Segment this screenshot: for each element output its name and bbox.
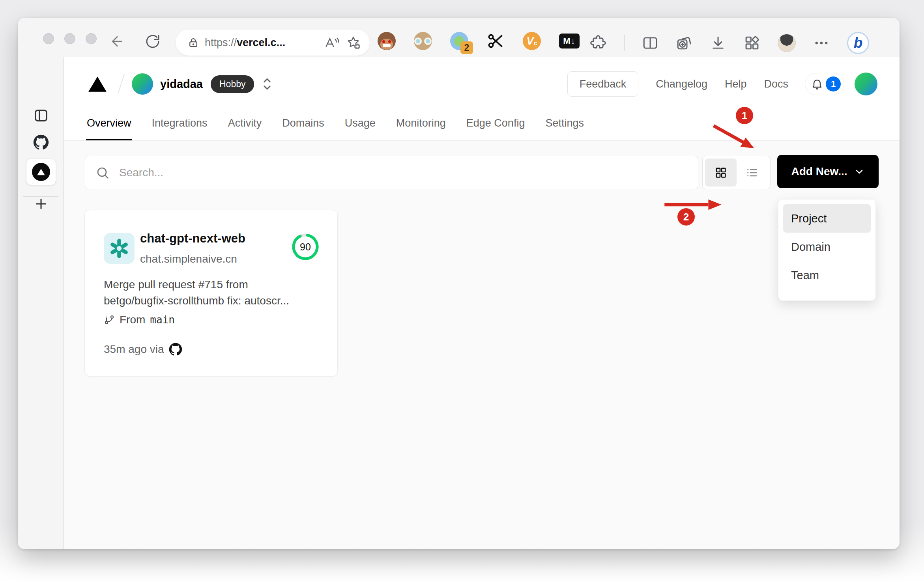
- team-name[interactable]: yidadaa: [160, 78, 203, 91]
- breadcrumb-slash: [118, 74, 125, 94]
- toolbar-right-icons: b: [590, 32, 869, 54]
- glasses-lens: [414, 37, 422, 45]
- github-icon: [169, 343, 182, 356]
- bing-b-label: b: [854, 35, 863, 51]
- md-label: M↓: [559, 34, 580, 48]
- refresh-button[interactable]: [145, 34, 161, 49]
- favorite-star-icon[interactable]: [346, 35, 362, 50]
- dashboard-header: yidadaa Hobby Feedback Changelog Help Do…: [64, 57, 900, 141]
- badge-extension-icon[interactable]: 2: [450, 32, 468, 50]
- avatar-extension-icon[interactable]: [414, 32, 432, 50]
- browser-sidebar: [18, 57, 64, 549]
- tab-edge-config[interactable]: Edge Config: [466, 117, 526, 140]
- minimize-window-button[interactable]: [64, 33, 75, 44]
- dashboard-tabs: Overview Integrations Activity Domains U…: [86, 117, 585, 140]
- annotation-step-1: 1: [736, 107, 753, 124]
- tab-monitoring[interactable]: Monitoring: [395, 117, 447, 140]
- bell-icon: [811, 78, 823, 90]
- git-branch-icon: [104, 314, 115, 325]
- search-icon: [95, 166, 110, 180]
- tab-activity[interactable]: Activity: [227, 117, 263, 140]
- browser-window: https://vercel.c... 2 Vc M↓: [18, 18, 900, 549]
- menu-item-team[interactable]: Team: [783, 261, 871, 289]
- bing-chat-icon[interactable]: b: [847, 32, 869, 54]
- vercel-favicon: [32, 163, 50, 181]
- grid-view-icon: [714, 166, 728, 179]
- v-extension-icon[interactable]: Vc: [523, 32, 541, 50]
- toolbar-divider: [624, 35, 625, 51]
- downloads-icon[interactable]: [710, 35, 726, 51]
- active-tab-vercel[interactable]: [26, 159, 56, 185]
- docs-link[interactable]: Docs: [764, 78, 788, 90]
- markdown-extension-icon[interactable]: M↓: [559, 32, 577, 50]
- vercel-dashboard: yidadaa Hobby Feedback Changelog Help Do…: [64, 57, 900, 549]
- changelog-link[interactable]: Changelog: [656, 78, 707, 90]
- close-window-button[interactable]: [43, 33, 54, 44]
- project-name[interactable]: chat-gpt-next-web: [140, 231, 245, 246]
- collections-icon[interactable]: [676, 35, 692, 51]
- tampermonkey-extension-icon[interactable]: [378, 32, 396, 50]
- address-bar[interactable]: https://vercel.c...: [176, 30, 370, 56]
- branch-row: From main: [104, 313, 175, 326]
- read-aloud-icon[interactable]: [324, 35, 340, 50]
- project-domain[interactable]: chat.simplenaive.cn: [140, 253, 237, 265]
- new-tab-plus-icon[interactable]: [33, 196, 49, 212]
- tab-settings[interactable]: Settings: [544, 117, 585, 140]
- zoom-window-button[interactable]: [86, 33, 97, 44]
- plan-badge: Hobby: [211, 75, 254, 93]
- extensions-puzzle-icon[interactable]: [590, 35, 606, 51]
- tab-domains[interactable]: Domains: [281, 117, 325, 140]
- list-view-icon: [745, 166, 759, 179]
- apps-icon[interactable]: [744, 35, 760, 51]
- branch-name[interactable]: main: [150, 314, 175, 326]
- vercel-logo[interactable]: [86, 74, 109, 94]
- menu-item-domain[interactable]: Domain: [783, 233, 871, 261]
- github-tab-icon[interactable]: [33, 134, 49, 150]
- extensions-row: 2 Vc M↓: [378, 32, 577, 50]
- add-new-menu: Project Domain Team: [778, 199, 876, 301]
- openai-logo-icon: [108, 237, 130, 259]
- split-screen-icon[interactable]: [642, 35, 658, 51]
- list-view-button[interactable]: [737, 159, 768, 187]
- v-label: V: [527, 35, 534, 47]
- tab-usage[interactable]: Usage: [344, 117, 376, 140]
- browser-toolbar: https://vercel.c... 2 Vc M↓: [18, 18, 900, 57]
- project-search[interactable]: [85, 156, 698, 189]
- commit-message[interactable]: Merge pull request #715 from betgo/bugfi…: [104, 276, 325, 309]
- c-label: c: [534, 40, 537, 47]
- monkey-eye: [388, 40, 391, 43]
- team-switcher-icon[interactable]: [260, 76, 274, 92]
- score-value: 90: [291, 232, 320, 261]
- url-text[interactable]: https://vercel.c...: [205, 37, 318, 49]
- grid-view-button[interactable]: [705, 159, 737, 187]
- deploy-time: 35m ago via: [104, 343, 164, 356]
- tab-actions-icon[interactable]: [33, 108, 49, 123]
- more-menu-icon[interactable]: [813, 35, 830, 51]
- project-card[interactable]: chat-gpt-next-web chat.simplenaive.cn 90…: [84, 210, 338, 377]
- chevron-down-icon: [854, 166, 865, 177]
- feedback-button[interactable]: Feedback: [567, 71, 639, 97]
- tab-integrations[interactable]: Integrations: [151, 117, 208, 140]
- traffic-lights: [43, 33, 97, 44]
- menu-item-project[interactable]: Project: [783, 204, 871, 233]
- monkey-grin: [383, 44, 391, 47]
- lighthouse-score[interactable]: 90: [291, 232, 320, 261]
- team-avatar[interactable]: [132, 73, 153, 95]
- help-link[interactable]: Help: [725, 78, 747, 90]
- annotation-step-2: 2: [677, 208, 695, 226]
- project-favicon: [104, 233, 135, 264]
- lock-icon: [187, 37, 199, 48]
- search-input[interactable]: [119, 166, 688, 179]
- scissors-extension-icon[interactable]: [486, 32, 505, 50]
- notification-count-badge: 1: [826, 76, 841, 91]
- user-avatar[interactable]: [855, 73, 877, 95]
- add-new-label: Add New...: [791, 165, 847, 178]
- monkey-eye: [382, 40, 385, 43]
- notifications-button[interactable]: 1: [805, 73, 844, 95]
- back-button[interactable]: [109, 34, 125, 49]
- browser-profile-avatar[interactable]: [778, 34, 796, 52]
- tab-overview[interactable]: Overview: [86, 117, 132, 140]
- add-new-button[interactable]: Add New...: [777, 155, 879, 188]
- branch-label: From: [120, 313, 145, 326]
- deploy-meta: 35m ago via: [104, 343, 182, 356]
